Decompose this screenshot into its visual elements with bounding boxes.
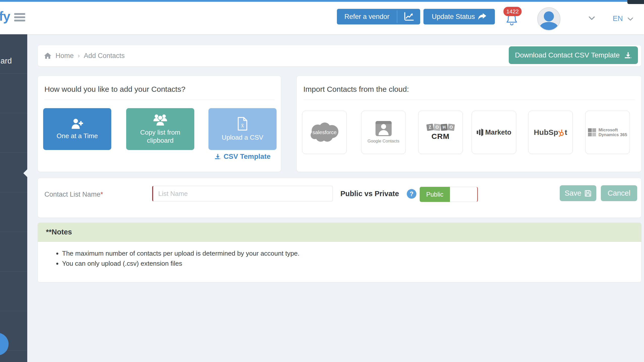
public-private-toggle[interactable]: Public [420,187,478,202]
icon-flap [375,121,392,124]
refer-a-vendor-label: Refer a vendor [337,9,397,24]
csv-template-link[interactable]: CSV Template [208,153,277,161]
provider-zoho-crm[interactable]: Z O H O CRM [418,111,463,154]
dynamics-label: Microsoft Dynamics 365 [599,128,627,137]
app-window: fy Refer a vendor Update Status 142 [0,0,644,362]
download-template-label: Download Contact CSV Template [515,51,620,59]
hamburger-bar [14,20,25,21]
marketo-label: Marketo [485,129,512,136]
upload-csv-button[interactable]: x̄ Upload a CSV [208,108,277,150]
provider-microsoft-dynamics[interactable]: Microsoft Dynamics 365 [585,111,630,154]
user-plus-icon [70,118,84,129]
cancel-label: Cancel [608,189,630,197]
notes-header [38,223,641,242]
hubspot-logo: HubSp t [534,128,567,137]
contact-list-name-label: Contact List Name* [44,191,103,198]
contact-list-form-card: Contact List Name* Public vs Private ? P… [38,178,641,218]
divider [303,100,635,100]
microsoft-squares-icon [588,128,596,136]
header-bar: fy Refer a vendor Update Status 142 [0,2,644,34]
zoho-logo: Z O H O [427,124,454,131]
zoho-crm-label: CRM [432,132,449,141]
download-icon [214,154,221,160]
add-contacts-method-card: How would you like to add your Contacts?… [38,76,281,172]
contact-list-name-text: Contact List Name [44,191,100,198]
toggle-active-option: Public [420,187,450,202]
language-chevron-down-icon[interactable] [627,17,633,21]
marketo-icon [477,128,483,137]
sidebar-item-dashboard[interactable]: ard [1,56,12,66]
hubspot-label-left: HubSp [534,128,558,137]
top-accent-strip [0,0,644,2]
google-contacts-label: Google Contacts [367,139,399,144]
add-methods-title: How would you like to add your Contacts? [44,85,185,94]
tile-label: One at a Time [52,132,102,140]
save-floppy-icon [584,190,592,197]
excel-file-icon: x̄ [237,117,248,131]
hamburger-menu-icon[interactable] [14,13,25,22]
avatar-body [540,22,558,31]
hubspot-label-right: t [565,128,567,137]
home-icon [44,52,51,59]
breadcrumb-home-link[interactable]: Home [56,52,74,60]
note-item: The maximum number of contacts per uploa… [62,249,641,258]
dynamics-logo: Microsoft Dynamics 365 [588,128,627,137]
download-contact-csv-template-button[interactable]: Download Contact CSV Template [509,46,638,64]
update-status-button[interactable]: Update Status [423,9,495,24]
dynamics-line1: Microsoft [599,128,627,132]
copy-from-clipboard-button[interactable]: Copy list from clipboard [126,108,194,150]
required-asterisk: * [100,191,103,198]
avatar-head [544,11,554,21]
app-logo[interactable]: fy [0,9,10,24]
tile-label: Upload a CSV [217,133,268,141]
sidebar-divider [0,232,27,232]
vendor-stats-button[interactable] [397,9,420,24]
zoho-letter: O [433,124,441,131]
sidebar-nav: ard [0,34,27,362]
help-icon[interactable]: ? [407,189,416,199]
hamburger-bar [14,13,25,15]
zoho-letter: Z [426,124,434,131]
cancel-button[interactable]: Cancel [601,185,637,201]
notes-body: The maximum number of contacts per uploa… [38,242,641,269]
csv-template-label: CSV Template [224,153,271,161]
divider [44,100,274,100]
marketo-logo: Marketo [477,128,512,137]
one-at-a-time-button[interactable]: One at a Time [43,108,111,150]
breadcrumb-current-page: Add Contacts [84,52,125,60]
refer-a-vendor-button[interactable]: Refer a vendor [337,9,420,24]
cloud-import-card: Import Contacts from the cloud: salesfor… [297,76,641,172]
zoho-letter: H [441,124,448,131]
sidebar-divider [0,73,27,74]
dynamics-line2: Dynamics 365 [599,132,627,137]
notes-title: **Notes [46,228,72,236]
update-status-label: Update Status [432,13,475,21]
download-icon [624,52,632,59]
provider-hubspot[interactable]: HubSp t [528,111,573,154]
breadcrumb-separator: › [78,52,80,59]
provider-marketo[interactable]: Marketo [472,111,516,154]
share-arrow-icon [478,13,487,20]
sidebar-divider [0,192,27,192]
account-chevron-down-icon[interactable] [588,16,595,20]
users-icon [152,114,168,126]
breadcrumb: Home › Add Contacts [44,45,125,66]
notes-card: **Notes The maximum number of contacts p… [38,223,641,282]
list-name-input[interactable] [152,186,333,201]
tile-label: Copy list from clipboard [126,128,194,144]
user-avatar[interactable] [537,7,560,31]
sidebar-divider [0,153,27,153]
sidebar-divider [0,113,27,113]
provider-google-contacts[interactable]: Google Contacts [361,111,406,154]
google-contacts-icon [375,121,392,136]
provider-salesforce[interactable]: salesforce [302,111,347,154]
svg-text:x̄: x̄ [241,122,244,129]
notification-badge: 1422 [503,7,522,16]
save-button[interactable]: Save [560,185,596,201]
sidebar-divider [0,271,27,272]
chart-line-icon [404,12,414,21]
language-selector[interactable]: EN [613,14,623,23]
hubspot-sprocket-icon [558,130,565,137]
salesforce-logo: salesforce [309,121,340,144]
window-artifact [627,0,644,4]
